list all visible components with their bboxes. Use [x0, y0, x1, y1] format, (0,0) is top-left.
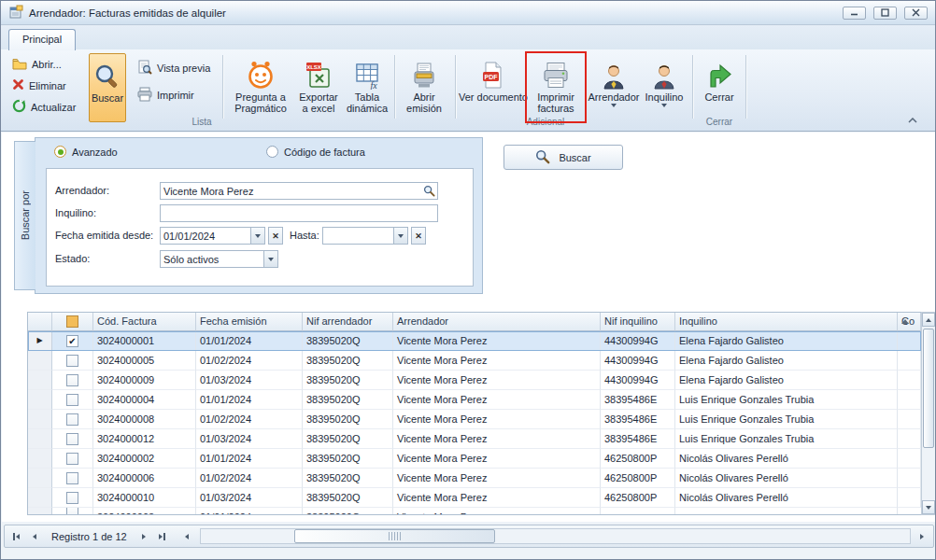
- previous-record-button[interactable]: [25, 528, 44, 544]
- buscar-por-side-tab[interactable]: Buscar por: [14, 141, 35, 290]
- maximize-button[interactable]: [873, 7, 897, 20]
- row-checkbox[interactable]: [66, 355, 78, 367]
- titlebar[interactable]: Arrendador: Facturas emitidas de alquile…: [1, 1, 935, 25]
- exportar-excel-button[interactable]: XLSX Exportar a excel: [297, 53, 340, 122]
- row-checkbox[interactable]: [66, 374, 78, 386]
- vista-previa-button[interactable]: Vista previa: [134, 58, 214, 77]
- abrir-button[interactable]: Abrir...: [8, 54, 65, 74]
- vertical-scrollbar[interactable]: [921, 312, 936, 515]
- horizontal-scrollbar[interactable]: [200, 528, 911, 544]
- row-checkbox[interactable]: [66, 508, 78, 515]
- cell: Luis Enrique Gonzales Trubia: [675, 390, 898, 410]
- clear-fecha-desde-button[interactable]: ✕: [268, 227, 283, 245]
- last-record-button[interactable]: [153, 528, 172, 544]
- table-row[interactable]: ▶✔302400000101/01/202438395020QVicente M…: [28, 331, 921, 351]
- vertical-scroll-thumb[interactable]: [923, 329, 934, 448]
- row-checkbox[interactable]: [66, 472, 78, 484]
- cell: 46250800P: [601, 449, 675, 469]
- horizontal-scroll-thumb[interactable]: [294, 529, 495, 543]
- buscar-ribbon-button[interactable]: Buscar: [89, 53, 126, 122]
- pregunta-pragmatico-button[interactable]: Pregunta a Pragmático: [226, 53, 295, 122]
- inquilino-dropdown-button[interactable]: Inquilino: [641, 53, 688, 122]
- chevron-down-icon[interactable]: [263, 251, 277, 267]
- checkbox-cell: ✔: [52, 331, 93, 351]
- column-header[interactable]: Cód. Factura: [93, 313, 196, 331]
- cell: 38395020Q: [303, 390, 393, 410]
- tab-principal[interactable]: Principal: [8, 29, 76, 50]
- status-bar: Registro 1 de 12: [4, 525, 934, 548]
- cell: Vicente Mora Perez: [393, 410, 601, 429]
- radio-codigo-factura[interactable]: Código de factura: [266, 146, 365, 158]
- cell: Vicente Mora Perez: [393, 390, 601, 410]
- cerrar-button[interactable]: Cerrar: [697, 53, 742, 122]
- checkbox-cell: [52, 488, 93, 508]
- group-label-adicional: Adicional: [513, 116, 578, 129]
- checkbox-cell: [52, 449, 93, 469]
- abrir-emision-button[interactable]: Abrir emisión: [399, 53, 449, 122]
- table-row[interactable]: 302400000501/02/202438395020QVicente Mor…: [28, 351, 921, 371]
- table-row[interactable]: 302400001001/03/202438395020QVicente Mor…: [28, 488, 921, 508]
- app-icon: [8, 5, 23, 21]
- row-indicator: [28, 410, 52, 429]
- column-header[interactable]: Nif inquilino: [601, 313, 675, 331]
- imprimir-button[interactable]: Imprimir: [134, 85, 198, 105]
- row-checkbox[interactable]: [66, 453, 78, 465]
- next-record-button[interactable]: [135, 528, 153, 544]
- scroll-right-button[interactable]: [913, 528, 931, 544]
- row-checkbox[interactable]: ✔: [66, 335, 78, 347]
- imprimir-facturas-button[interactable]: Imprimir facturas: [529, 53, 583, 122]
- column-header[interactable]: Nif arrendador: [303, 313, 393, 331]
- first-record-button[interactable]: [7, 528, 25, 544]
- table-row[interactable]: 302400000301/01/202438395020QVicente Mor…: [28, 508, 921, 515]
- arrendador-dropdown-button[interactable]: Arrendador: [589, 53, 639, 122]
- table-row[interactable]: 302400000801/02/202438395020QVicente Mor…: [28, 410, 921, 429]
- inquilino-field[interactable]: [160, 204, 438, 222]
- scroll-left-button[interactable]: [177, 528, 196, 544]
- cell: 3024000010: [93, 488, 196, 508]
- row-checkbox[interactable]: [66, 394, 78, 406]
- chevron-down-icon[interactable]: [250, 228, 264, 244]
- collapse-ribbon-button[interactable]: [903, 113, 922, 127]
- table-row[interactable]: 302400000601/02/202438395020QVicente Mor…: [28, 469, 921, 488]
- column-header[interactable]: Fecha emisión: [196, 313, 303, 331]
- table-row[interactable]: 302400000401/01/202438395020QVicente Mor…: [28, 390, 921, 410]
- cell: 38395020Q: [303, 488, 393, 508]
- ver-documento-button[interactable]: PDF Ver documento: [459, 53, 528, 122]
- row-checkbox[interactable]: [66, 433, 78, 445]
- clear-hasta-button[interactable]: ✕: [411, 227, 426, 245]
- chevron-down-icon[interactable]: [393, 228, 407, 244]
- cell: 01/02/2024: [196, 469, 303, 488]
- table-row[interactable]: 302400001201/03/202438395020QVicente Mor…: [28, 429, 921, 449]
- column-header[interactable]: Inquilino: [675, 313, 898, 331]
- close-button[interactable]: [904, 7, 928, 20]
- estado-combo[interactable]: Sólo activos: [160, 250, 278, 268]
- hasta-combo[interactable]: [322, 227, 408, 245]
- column-header[interactable]: Arrendador: [393, 313, 601, 331]
- eliminar-button[interactable]: Eliminar: [8, 76, 70, 95]
- arrendador-field[interactable]: Vicente Mora Perez: [160, 182, 438, 200]
- table-row[interactable]: 302400000901/03/202438395020QVicente Mor…: [28, 371, 921, 390]
- pdf-document-icon: PDF: [480, 56, 506, 90]
- radio-avanzado[interactable]: Avanzado: [54, 146, 118, 158]
- checkbox-cell: [52, 390, 93, 410]
- row-checkbox[interactable]: [66, 492, 78, 504]
- scroll-up-button[interactable]: [922, 313, 935, 327]
- cell: 01/01/2024: [196, 508, 303, 515]
- cell: [601, 508, 675, 515]
- lookup-search-icon[interactable]: [421, 183, 437, 199]
- checkbox-cell: [52, 429, 93, 449]
- row-checkbox[interactable]: [66, 413, 78, 426]
- tabla-dinamica-button[interactable]: fx Tabla dinámica: [343, 53, 391, 122]
- minimize-button[interactable]: [843, 7, 866, 20]
- table-row[interactable]: 302400000201/01/202438395020QVicente Mor…: [28, 449, 921, 469]
- actualizar-button[interactable]: Actualizar: [8, 97, 79, 117]
- fecha-desde-combo[interactable]: 01/01/2024: [160, 227, 265, 245]
- buscar-panel-button[interactable]: Buscar: [503, 145, 623, 170]
- cell: [898, 469, 921, 488]
- hasta-label: Hasta:: [290, 227, 319, 245]
- select-all-checkbox[interactable]: [66, 315, 78, 328]
- cell: 01/02/2024: [196, 410, 303, 429]
- cell: 3024000001: [93, 331, 196, 351]
- scroll-down-button[interactable]: [922, 500, 935, 514]
- row-indicator: [28, 488, 52, 508]
